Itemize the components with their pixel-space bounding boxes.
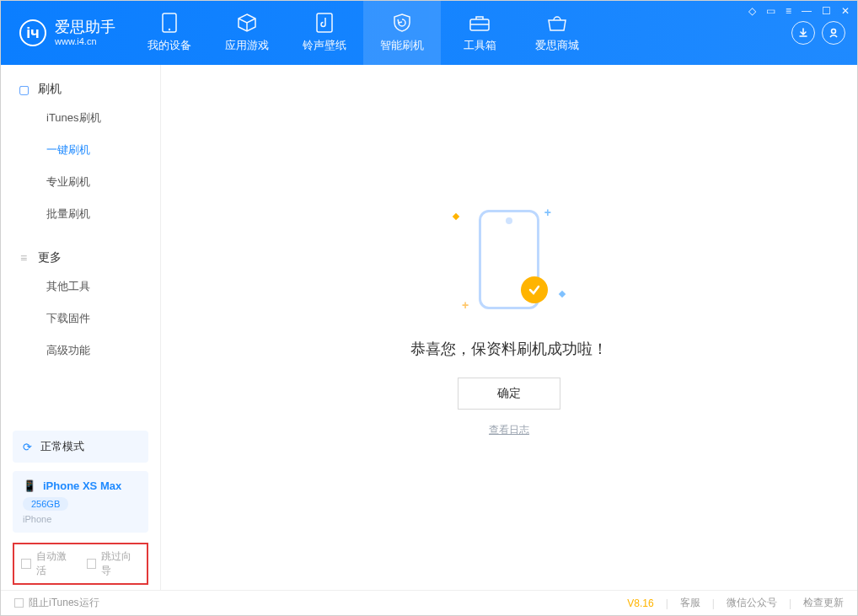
success-panel: + + 恭喜您，保资料刷机成功啦！ 确定 查看日志 [410, 192, 608, 437]
tab-label: 应用游戏 [225, 38, 269, 53]
checkbox-icon [14, 598, 24, 608]
logo-area: iч 爱思助手 www.i4.cn [1, 1, 131, 65]
wechat-link[interactable]: 微信公众号 [727, 596, 777, 610]
device-mode-card[interactable]: ⟳ 正常模式 [13, 431, 148, 463]
sync-icon: ⟳ [23, 441, 32, 453]
mode-label: 正常模式 [40, 439, 84, 454]
checkbox-auto-activate[interactable]: 自动激活 [21, 549, 75, 578]
sidebar-item-pro-flash[interactable]: 专业刷机 [1, 166, 160, 198]
phone-outline-icon: ▢ [18, 83, 29, 96]
section-title: 刷机 [38, 82, 62, 97]
device-card[interactable]: 📱 iPhone XS Max 256GB iPhone [13, 471, 148, 533]
tab-store[interactable]: 爱思商城 [518, 1, 596, 65]
sidebar-section-flash: ▢ 刷机 [1, 77, 160, 102]
svg-point-4 [832, 29, 836, 34]
ok-button[interactable]: 确定 [458, 378, 560, 410]
device-name: iPhone XS Max [43, 479, 121, 492]
phone-icon: 📱 [23, 479, 36, 492]
tab-apps[interactable]: 应用游戏 [208, 1, 286, 65]
main-content: + + 恭喜您，保资料刷机成功啦！ 确定 查看日志 [161, 65, 857, 590]
download-button[interactable] [791, 21, 815, 45]
sidebar-item-download-firmware[interactable]: 下载固件 [1, 303, 160, 335]
tab-label: 爱思商城 [535, 38, 579, 53]
success-illustration: + + [442, 192, 576, 327]
checkbox-icon [87, 559, 97, 569]
device-icon [158, 13, 181, 33]
tab-label: 我的设备 [147, 38, 191, 53]
close-icon[interactable]: ✕ [841, 5, 850, 17]
sidebar-section-more: ≡ 更多 [1, 245, 160, 271]
tab-ringtones[interactable]: 铃声壁纸 [286, 1, 363, 65]
shield-refresh-icon [390, 13, 414, 33]
titlebar: iч 爱思助手 www.i4.cn 我的设备 应用游戏 铃声壁纸 智能刷机 工具… [1, 1, 857, 65]
svg-rect-2 [317, 13, 332, 32]
checkbox-label: 阻止iTunes运行 [29, 596, 99, 610]
device-capacity-badge: 256GB [23, 497, 68, 511]
layout-icon[interactable]: ▭ [766, 5, 775, 17]
checkbox-skip-guide[interactable]: 跳过向导 [87, 549, 141, 578]
store-icon [545, 13, 569, 33]
sidebar-item-oneclick-flash[interactable]: 一键刷机 [1, 134, 160, 166]
sidebar-item-itunes-flash[interactable]: iTunes刷机 [1, 102, 160, 134]
version-label: V8.16 [627, 597, 653, 609]
device-type: iPhone [23, 514, 138, 524]
check-update-link[interactable]: 检查更新 [803, 596, 844, 610]
plus-icon: + [544, 206, 551, 219]
section-title: 更多 [38, 250, 62, 265]
menu-icon[interactable]: ≡ [786, 5, 791, 17]
flash-options-box: 自动激活 跳过向导 [13, 543, 148, 585]
checkbox-block-itunes[interactable]: 阻止iTunes运行 [14, 596, 99, 610]
maximize-icon[interactable]: ☐ [822, 5, 831, 17]
sparkle-icon [559, 291, 566, 297]
minimize-icon[interactable]: — [802, 5, 812, 17]
sidebar-item-advanced[interactable]: 高级功能 [1, 335, 160, 367]
device-name-row: 📱 iPhone XS Max [23, 479, 138, 492]
main-tabs: 我的设备 应用游戏 铃声壁纸 智能刷机 工具箱 爱思商城 [131, 1, 596, 65]
app-logo-text: 爱思助手 www.i4.cn [55, 19, 115, 46]
theme-icon[interactable]: ◇ [748, 5, 756, 17]
svg-point-1 [169, 29, 170, 30]
tab-flash[interactable]: 智能刷机 [363, 1, 441, 65]
check-circle-icon [521, 276, 548, 303]
view-log-link[interactable]: 查看日志 [489, 423, 529, 437]
checkbox-label: 跳过向导 [101, 549, 140, 578]
checkbox-icon [21, 559, 31, 569]
app-name-cn: 爱思助手 [55, 19, 115, 36]
toolbox-icon [468, 13, 491, 33]
success-headline: 恭喜您，保资料刷机成功啦！ [410, 339, 608, 359]
sparkle-icon [453, 213, 459, 220]
cube-icon [235, 13, 259, 33]
app-name-en: www.i4.cn [55, 36, 115, 46]
tab-toolbox[interactable]: 工具箱 [441, 1, 518, 65]
footer: 阻止iTunes运行 V8.16 | 客服 | 微信公众号 | 检查更新 [1, 590, 857, 615]
menu-lines-icon: ≡ [18, 251, 29, 265]
app-logo-icon: iч [19, 19, 46, 46]
checkbox-label: 自动激活 [36, 549, 75, 578]
plus-icon: + [462, 298, 469, 312]
tab-label: 智能刷机 [380, 38, 424, 53]
tab-my-device[interactable]: 我的设备 [131, 1, 208, 65]
sidebar: ▢ 刷机 iTunes刷机 一键刷机 专业刷机 批量刷机 ≡ 更多 其他工具 下… [1, 65, 161, 590]
sidebar-item-other-tools[interactable]: 其他工具 [1, 271, 160, 303]
account-button[interactable] [822, 21, 845, 45]
support-link[interactable]: 客服 [680, 596, 700, 610]
window-controls: ◇ ▭ ≡ — ☐ ✕ [748, 5, 850, 17]
music-file-icon [313, 13, 336, 33]
sidebar-item-batch-flash[interactable]: 批量刷机 [1, 198, 160, 230]
tab-label: 工具箱 [464, 38, 496, 53]
tab-label: 铃声壁纸 [303, 38, 346, 53]
